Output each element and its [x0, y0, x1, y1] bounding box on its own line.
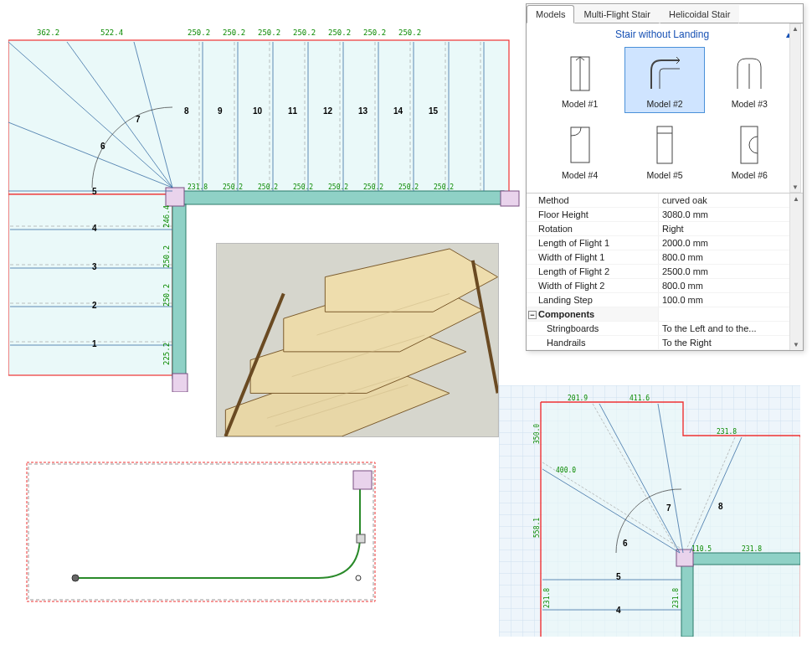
svg-rect-53	[353, 471, 372, 489]
svg-rect-50	[27, 462, 375, 601]
property-row[interactable]: Length of Flight 2 2500.0 mm	[527, 265, 803, 279]
dimension-text: 411.6	[630, 395, 650, 402]
dimension-text: 250.2	[188, 28, 210, 37]
stair-3d-render	[216, 243, 499, 437]
property-value[interactable]: 2000.0 mm	[658, 236, 789, 250]
model-4[interactable]: Model #4	[540, 118, 619, 184]
step-number: 12	[323, 106, 333, 116]
property-value[interactable]: 100.0 mm	[658, 293, 789, 307]
step-number: 7	[666, 503, 671, 513]
property-scrollbar[interactable]	[789, 194, 803, 350]
property-row[interactable]: Floor Height 3080.0 mm	[527, 208, 803, 222]
property-row[interactable]: Width of Flight 2 800.0 mm	[527, 279, 803, 293]
models-section-header[interactable]: Stair without Landing ▲	[527, 23, 803, 44]
dimension-text: 250.2	[328, 28, 351, 37]
tab-multi-flight[interactable]: Multi-Flight Stair	[574, 5, 659, 23]
property-row[interactable]: Landing Step 100.0 mm	[527, 293, 803, 307]
dimension-text: 250.2	[223, 183, 243, 191]
dimension-text: 522.4	[100, 28, 123, 37]
svg-rect-61	[681, 553, 800, 565]
collapse-toggle-icon[interactable]: −	[528, 311, 537, 319]
property-value[interactable]: 2500.0 mm	[658, 265, 789, 278]
property-value[interactable]: 800.0 mm	[658, 250, 789, 264]
svg-point-55	[356, 575, 361, 580]
step-number: 1	[92, 339, 97, 348]
svg-rect-2	[8, 194, 172, 375]
svg-rect-76	[571, 127, 589, 163]
dimension-text: 250.2	[162, 245, 171, 268]
property-key: Width of Flight 1	[527, 250, 658, 264]
stair-model-icon	[562, 51, 599, 96]
svg-rect-54	[357, 534, 365, 543]
stair-model-icon	[731, 51, 768, 96]
properties-panel: Models Multi-Flight Stair Helicoidal Sta…	[526, 3, 804, 351]
dimension-text: 246.4	[162, 205, 171, 228]
stair-model-icon	[646, 122, 683, 168]
step-number: 11	[288, 106, 298, 116]
property-key: Landing Step	[527, 293, 658, 307]
stair-model-icon	[731, 122, 768, 168]
step-number: 3	[92, 262, 97, 271]
model-3[interactable]: Model #3	[710, 47, 789, 113]
property-value[interactable]: Right	[658, 222, 789, 235]
property-key: Length of Flight 2	[527, 265, 658, 278]
model-2[interactable]: Model #2	[624, 47, 704, 113]
dimension-text: 250.2	[258, 28, 280, 37]
svg-point-52	[72, 575, 79, 581]
models-scrollbar[interactable]	[789, 23, 801, 193]
svg-rect-77	[657, 126, 672, 163]
dimension-text: 250.2	[363, 28, 386, 37]
property-row[interactable]: Stringboards To the Left and to the...	[527, 322, 803, 336]
tab-helicoidal[interactable]: Helicoidal Stair	[660, 5, 739, 23]
step-number: 4	[92, 224, 97, 233]
step-number: 6	[623, 539, 628, 548]
dimension-text: 231.8	[742, 545, 762, 553]
stair-plan-bottom-left	[25, 461, 377, 603]
stair-model-icon	[646, 51, 683, 96]
property-row[interactable]: Length of Flight 1 2000.0 mm	[527, 236, 803, 250]
svg-rect-5	[166, 188, 184, 206]
dimension-text: 231.8	[672, 588, 680, 608]
tab-strip: Models Multi-Flight Stair Helicoidal Sta…	[527, 4, 803, 23]
model-5[interactable]: Model #5	[624, 118, 704, 184]
property-section-components[interactable]: −Components	[527, 307, 803, 322]
dimension-text: 362.2	[37, 28, 59, 37]
property-key: Rotation	[527, 222, 658, 235]
dimension-text: 250.2	[258, 183, 278, 191]
property-key: Width of Flight 2	[527, 279, 658, 292]
property-value[interactable]: To the Right	[658, 336, 789, 349]
dimension-text: 400.0	[556, 467, 576, 474]
property-row[interactable]: Width of Flight 1 800.0 mm	[527, 250, 803, 265]
dimension-text: 350.0	[533, 424, 541, 444]
model-6[interactable]: Model #6	[710, 118, 789, 184]
dimension-text: 250.2	[328, 183, 348, 191]
svg-rect-1	[8, 40, 509, 194]
stair-model-icon	[562, 122, 599, 168]
dimension-text: 558.1	[533, 518, 541, 538]
property-key: Length of Flight 1	[527, 236, 658, 250]
property-key: Floor Height	[527, 208, 658, 221]
dimension-text: 231.8	[543, 588, 551, 608]
step-number: 7	[136, 115, 141, 124]
property-value[interactable]: 800.0 mm	[658, 279, 789, 292]
step-number: 5	[92, 187, 97, 196]
property-value[interactable]: curved oak	[658, 194, 789, 207]
tab-models[interactable]: Models	[527, 5, 574, 23]
property-value[interactable]: 3080.0 mm	[658, 208, 789, 221]
step-number: 6	[100, 142, 105, 151]
step-number: 4	[616, 606, 621, 615]
svg-rect-59	[542, 404, 681, 637]
model-label: Model #3	[732, 99, 768, 109]
step-number: 13	[358, 106, 368, 116]
property-row[interactable]: Rotation Right	[527, 222, 803, 236]
property-value[interactable]: To the Left and to the...	[658, 322, 789, 335]
property-row[interactable]: Handrails To the Right	[527, 336, 803, 350]
model-label: Model #6	[732, 170, 768, 180]
model-1[interactable]: Model #1	[540, 47, 619, 113]
dimension-text: 250.2	[162, 284, 171, 307]
svg-rect-60	[681, 437, 800, 637]
property-row[interactable]: Method curved oak	[527, 194, 803, 208]
dimension-text: 250.2	[293, 183, 313, 191]
dimension-text: 250.2	[398, 28, 421, 37]
dimension-text: 231.8	[188, 183, 208, 191]
